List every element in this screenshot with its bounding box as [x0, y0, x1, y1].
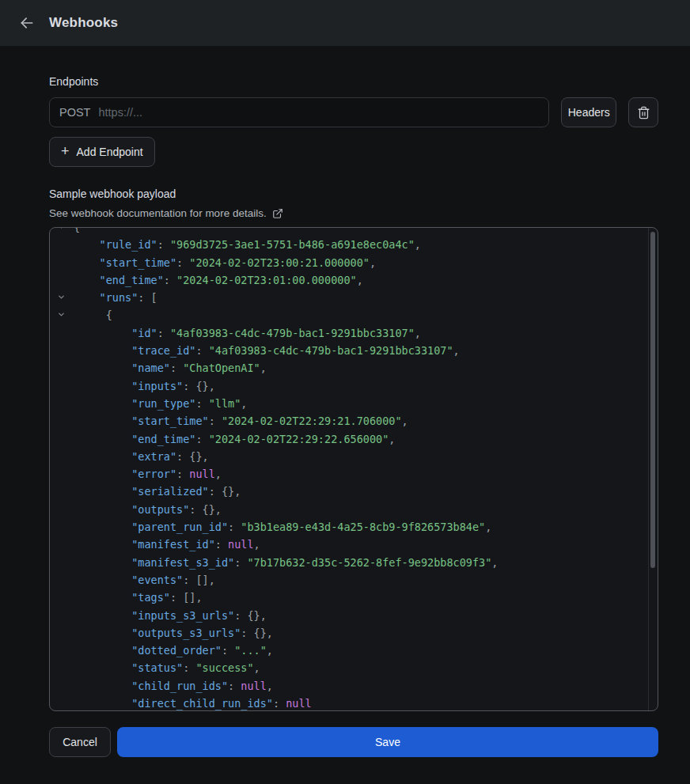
header: Webhooks — [0, 0, 690, 46]
fold-gutter — [50, 501, 74, 518]
fold-gutter — [50, 359, 74, 377]
scrollbar-thumb[interactable] — [650, 232, 655, 568]
endpoint-url-input[interactable]: POST — [49, 97, 549, 127]
code-line: "id": "4af03983-c4dc-479b-bac1-9291bbc33… — [50, 324, 646, 342]
fold-gutter — [50, 677, 74, 695]
fold-gutter — [50, 571, 74, 589]
fold-gutter — [50, 271, 74, 289]
fold-gutter — [50, 324, 74, 342]
fold-gutter — [50, 518, 74, 536]
webhook-docs-link-label: See webhook documentation for more detai… — [49, 207, 267, 219]
fold-gutter — [50, 483, 74, 500]
code-line: "error": null, — [50, 465, 646, 483]
fold-chevron-icon[interactable] — [57, 227, 66, 231]
add-endpoint-button[interactable]: + Add Endpoint — [49, 137, 155, 167]
fold-gutter — [50, 342, 74, 359]
code-line: "manifest_s3_id": "7b17b632-d35c-5262-8f… — [50, 554, 646, 571]
code-line: "events": [], — [50, 571, 646, 589]
footer-actions: Cancel Save — [49, 727, 658, 757]
fold-gutter — [50, 448, 74, 465]
fold-chevron-icon[interactable] — [57, 310, 66, 319]
code-line: "parent_run_id": "b3b1ea89-e43d-4a25-8cb… — [50, 518, 646, 536]
main-content: Endpoints POST Headers + Add Endpoint Sa… — [0, 46, 690, 757]
code-line: "rule_id": "969d3725-3ae1-5751-b486-a691… — [50, 236, 646, 253]
code-line: "inputs_s3_urls": {}, — [50, 607, 646, 624]
fold-gutter — [50, 227, 74, 236]
code-line: "manifest_id": null, — [50, 536, 646, 553]
fold-gutter — [50, 306, 74, 324]
fold-gutter — [50, 377, 74, 395]
code-line: { — [50, 306, 646, 324]
code-line: "serialized": {}, — [50, 483, 646, 500]
fold-gutter — [50, 430, 74, 448]
fold-gutter — [50, 695, 74, 711]
plus-icon: + — [61, 144, 70, 158]
fold-gutter — [50, 589, 74, 606]
fold-gutter — [50, 395, 74, 412]
fold-gutter — [50, 412, 74, 430]
fold-chevron-icon[interactable] — [57, 293, 66, 301]
code-line: "extra": {}, — [50, 448, 646, 465]
fold-gutter — [50, 536, 74, 553]
save-button[interactable]: Save — [117, 727, 658, 757]
code-line: "dotted_order": "...", — [50, 642, 646, 659]
page-title: Webhooks — [49, 15, 118, 31]
code-line: { — [50, 227, 646, 236]
code-line: "start_time": "2024-02-02T23:00:21.00000… — [50, 254, 646, 271]
code-line: "trace_id": "4af03983-c4dc-479b-bac1-929… — [50, 342, 646, 359]
fold-gutter — [50, 554, 74, 571]
headers-button[interactable]: Headers — [561, 97, 616, 127]
code-line: "start_time": "2024-02-02T22:29:21.70600… — [50, 412, 646, 430]
webhook-docs-link[interactable]: See webhook documentation for more detai… — [49, 207, 283, 219]
code-line: "end_time": "2024-02-02T22:29:22.656000"… — [50, 430, 646, 448]
code-line: "child_run_ids": null, — [50, 677, 646, 695]
fold-gutter — [50, 607, 74, 624]
code-line: "direct_child_run_ids": null — [50, 695, 646, 711]
delete-endpoint-button[interactable] — [628, 97, 658, 127]
endpoint-url-field[interactable] — [98, 106, 539, 119]
fold-gutter — [50, 659, 74, 676]
fold-gutter — [50, 236, 74, 253]
fold-gutter — [50, 642, 74, 659]
fold-gutter — [50, 254, 74, 271]
back-button[interactable] — [19, 15, 35, 31]
code-line: "end_time": "2024-02-02T23:01:00.000000"… — [50, 271, 646, 289]
fold-gutter — [50, 289, 74, 306]
code-line: "outputs": {}, — [50, 501, 646, 518]
code-line: "outputs_s3_urls": {}, — [50, 624, 646, 642]
external-link-icon — [272, 208, 283, 219]
code-line: "inputs": {}, — [50, 377, 646, 395]
payload-editor[interactable]: { "rule_id": "969d3725-3ae1-5751-b486-a6… — [49, 227, 658, 711]
scrollbar-track — [648, 228, 658, 710]
add-endpoint-label: Add Endpoint — [77, 146, 143, 158]
fold-gutter — [50, 465, 74, 483]
code-content: { "rule_id": "969d3725-3ae1-5751-b486-a6… — [50, 227, 658, 711]
code-line: "run_type": "llm", — [50, 395, 646, 412]
arrow-left-icon — [19, 15, 35, 31]
endpoint-row: POST Headers — [49, 97, 658, 127]
cancel-button[interactable]: Cancel — [49, 727, 111, 757]
code-line: "status": "success", — [50, 659, 646, 676]
payload-label: Sample webhook payload — [49, 187, 658, 200]
code-line: "runs": [ — [50, 289, 646, 306]
endpoints-label: Endpoints — [49, 75, 658, 88]
code-line: "tags": [], — [50, 589, 646, 606]
code-line: "name": "ChatOpenAI", — [50, 359, 646, 377]
fold-gutter — [50, 624, 74, 642]
http-method-label: POST — [59, 106, 90, 119]
trash-icon — [637, 106, 650, 119]
